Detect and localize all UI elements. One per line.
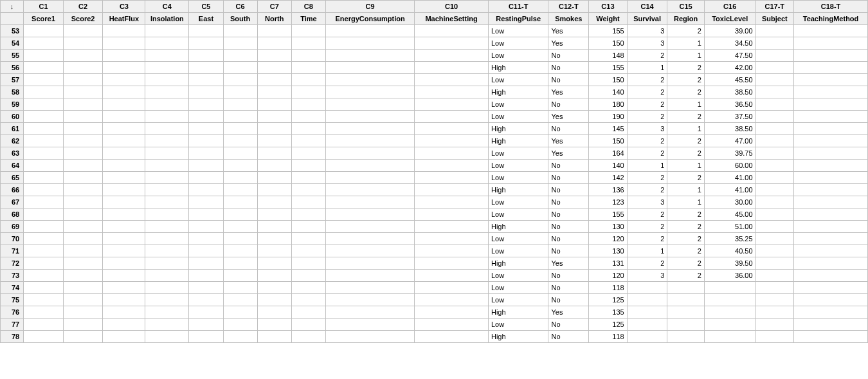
data-cell[interactable]: 1 bbox=[627, 160, 667, 172]
data-cell[interactable] bbox=[223, 208, 257, 221]
data-cell[interactable] bbox=[755, 208, 794, 221]
column-id-header[interactable]: C16 bbox=[704, 1, 755, 13]
data-cell[interactable]: 2 bbox=[627, 208, 667, 221]
data-cell[interactable]: 2 bbox=[627, 172, 667, 184]
data-cell[interactable] bbox=[257, 160, 291, 172]
data-cell[interactable] bbox=[291, 245, 325, 257]
table-row[interactable]: 60LowYes1902237.50 bbox=[1, 111, 868, 123]
data-cell[interactable]: 35.25 bbox=[704, 233, 755, 245]
data-cell[interactable]: 34.50 bbox=[704, 37, 755, 50]
data-cell[interactable]: 1 bbox=[667, 196, 704, 208]
data-cell[interactable]: No bbox=[548, 62, 589, 74]
data-cell[interactable]: 1 bbox=[667, 160, 704, 172]
table-row[interactable]: 71LowNo1301240.50 bbox=[1, 245, 868, 257]
data-cell[interactable] bbox=[415, 172, 489, 184]
data-cell[interactable] bbox=[223, 196, 257, 208]
data-cell[interactable] bbox=[755, 160, 794, 172]
data-cell[interactable] bbox=[257, 172, 291, 184]
data-cell[interactable] bbox=[223, 123, 257, 135]
data-cell[interactable]: 2 bbox=[667, 221, 704, 233]
data-cell[interactable]: 1 bbox=[667, 184, 704, 196]
data-cell[interactable] bbox=[257, 135, 291, 147]
data-cell[interactable] bbox=[63, 172, 103, 184]
data-cell[interactable]: No bbox=[548, 74, 589, 86]
data-body[interactable]: 53LowYes1553239.0054LowYes1503134.5055Lo… bbox=[1, 25, 868, 343]
data-cell[interactable] bbox=[291, 62, 325, 74]
row-number-header[interactable]: 53 bbox=[1, 25, 24, 37]
data-cell[interactable] bbox=[145, 50, 189, 62]
data-cell[interactable] bbox=[755, 270, 794, 282]
data-cell[interactable] bbox=[63, 135, 103, 147]
row-number-header[interactable]: 60 bbox=[1, 111, 24, 123]
data-cell[interactable] bbox=[189, 50, 223, 62]
data-cell[interactable] bbox=[325, 282, 414, 294]
data-cell[interactable] bbox=[103, 62, 145, 74]
data-cell[interactable] bbox=[755, 184, 794, 196]
data-cell[interactable] bbox=[325, 196, 414, 208]
data-cell[interactable] bbox=[103, 50, 145, 62]
data-cell[interactable]: No bbox=[548, 245, 589, 257]
data-cell[interactable]: High bbox=[488, 257, 548, 270]
data-cell[interactable] bbox=[755, 172, 794, 184]
table-row[interactable]: 59LowNo1802136.50 bbox=[1, 98, 868, 111]
data-cell[interactable]: Yes bbox=[548, 257, 589, 270]
data-cell[interactable]: 36.50 bbox=[704, 98, 755, 111]
data-cell[interactable] bbox=[755, 25, 794, 37]
row-number-header[interactable]: 58 bbox=[1, 86, 24, 98]
data-cell[interactable] bbox=[223, 98, 257, 111]
data-cell[interactable]: 180 bbox=[589, 98, 628, 111]
data-cell[interactable] bbox=[257, 331, 291, 343]
data-cell[interactable] bbox=[415, 257, 489, 270]
data-cell[interactable]: 3 bbox=[627, 270, 667, 282]
data-cell[interactable] bbox=[415, 62, 489, 74]
data-cell[interactable] bbox=[291, 74, 325, 86]
data-cell[interactable]: 136 bbox=[589, 184, 628, 196]
data-cell[interactable]: Low bbox=[488, 245, 548, 257]
data-cell[interactable]: 41.00 bbox=[704, 184, 755, 196]
column-name-header[interactable]: ToxicLevel bbox=[704, 13, 755, 25]
row-number-header[interactable]: 76 bbox=[1, 306, 24, 319]
column-id-header[interactable]: C18-T bbox=[794, 1, 868, 13]
data-cell[interactable] bbox=[257, 123, 291, 135]
data-cell[interactable] bbox=[325, 147, 414, 160]
data-cell[interactable]: 3 bbox=[627, 37, 667, 50]
data-cell[interactable] bbox=[24, 306, 64, 319]
data-cell[interactable] bbox=[189, 62, 223, 74]
data-cell[interactable]: 150 bbox=[589, 37, 628, 50]
data-cell[interactable] bbox=[291, 208, 325, 221]
data-cell[interactable]: Low bbox=[488, 172, 548, 184]
data-cell[interactable] bbox=[794, 98, 868, 111]
data-cell[interactable] bbox=[755, 74, 794, 86]
data-cell[interactable]: 36.00 bbox=[704, 270, 755, 282]
data-cell[interactable] bbox=[257, 221, 291, 233]
column-id-header[interactable]: C12-T bbox=[548, 1, 589, 13]
data-cell[interactable]: 2 bbox=[667, 172, 704, 184]
data-cell[interactable] bbox=[257, 282, 291, 294]
data-cell[interactable]: 2 bbox=[667, 233, 704, 245]
data-cell[interactable]: 2 bbox=[627, 221, 667, 233]
data-cell[interactable] bbox=[145, 306, 189, 319]
data-cell[interactable] bbox=[325, 86, 414, 98]
data-cell[interactable]: 45.50 bbox=[704, 74, 755, 86]
data-cell[interactable]: 155 bbox=[589, 25, 628, 37]
column-name-header[interactable]: Time bbox=[291, 13, 325, 25]
data-cell[interactable]: 123 bbox=[589, 196, 628, 208]
data-cell[interactable]: 38.50 bbox=[704, 86, 755, 98]
data-cell[interactable]: 3 bbox=[627, 123, 667, 135]
data-cell[interactable] bbox=[667, 294, 704, 306]
column-id-header[interactable]: C11-T bbox=[488, 1, 548, 13]
data-cell[interactable] bbox=[189, 294, 223, 306]
data-cell[interactable] bbox=[223, 135, 257, 147]
data-cell[interactable]: No bbox=[548, 282, 589, 294]
data-cell[interactable]: 2 bbox=[627, 233, 667, 245]
data-cell[interactable] bbox=[291, 98, 325, 111]
data-cell[interactable] bbox=[325, 245, 414, 257]
data-cell[interactable] bbox=[291, 319, 325, 331]
table-row[interactable]: 72HighYes1312239.50 bbox=[1, 257, 868, 270]
data-cell[interactable] bbox=[794, 111, 868, 123]
data-cell[interactable]: 60.00 bbox=[704, 160, 755, 172]
data-cell[interactable] bbox=[189, 172, 223, 184]
data-cell[interactable] bbox=[145, 294, 189, 306]
data-cell[interactable] bbox=[223, 306, 257, 319]
corner-cell[interactable]: ↓ bbox=[1, 1, 24, 13]
